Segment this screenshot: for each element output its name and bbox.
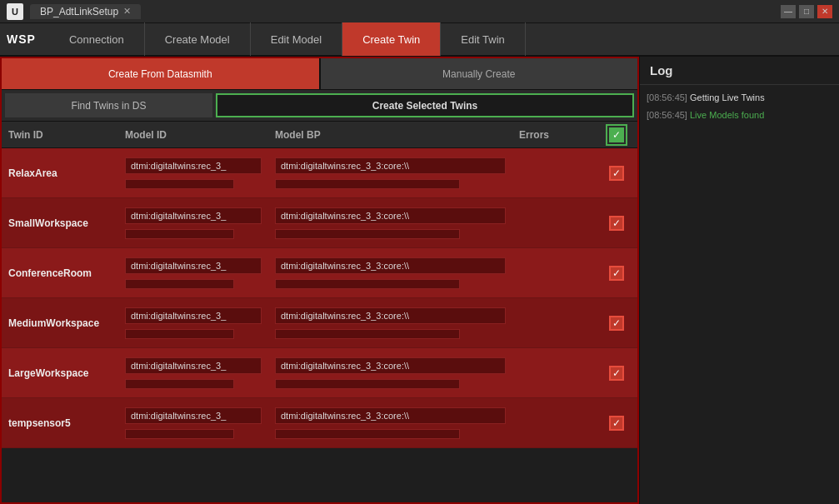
log-message-text: Getting Live Twins — [690, 92, 765, 102]
tab-create-model[interactable]: Create Model — [145, 22, 251, 56]
table-row: MediumWorkspace ✓ — [2, 298, 637, 348]
model-bp-sub-input[interactable] — [275, 179, 460, 189]
cell-model-id — [118, 254, 268, 292]
model-bp-input[interactable] — [275, 257, 506, 274]
row-checkbox[interactable]: ✓ — [609, 366, 624, 381]
cell-twin-id: tempsensor5 — [2, 414, 118, 432]
left-panel: Create From Datasmith Manually Create Fi… — [0, 57, 639, 504]
cell-errors — [512, 320, 596, 327]
maximize-button[interactable]: □ — [799, 5, 814, 18]
model-bp-sub-input[interactable] — [275, 229, 460, 239]
select-all-checkbox[interactable]: ✓ — [609, 127, 624, 142]
row-checkbox[interactable]: ✓ — [609, 416, 624, 431]
cell-checkbox: ✓ — [596, 266, 637, 281]
log-body: [08:56:45] Getting Live Twins [08:56:45]… — [640, 85, 839, 504]
find-twins-button[interactable]: Find Twins in DS — [5, 93, 212, 117]
tab-edit-twin[interactable]: Edit Twin — [441, 22, 526, 56]
log-entry: [08:56:45] Live Models found — [647, 109, 832, 122]
cell-model-id — [118, 354, 268, 392]
sub-tabs: Create From Datasmith Manually Create — [2, 58, 637, 90]
cell-model-bp — [268, 254, 512, 292]
model-id-input[interactable] — [125, 207, 262, 224]
right-panel: Log [08:56:45] Getting Live Twins [08:56… — [639, 57, 839, 504]
window-tab: BP_AdtLinkSetup ✕ — [30, 4, 141, 19]
model-bp-sub-input[interactable] — [275, 329, 460, 339]
model-bp-sub-input[interactable] — [275, 279, 460, 289]
cell-model-id — [118, 304, 268, 342]
log-message-text: Live Models found — [690, 110, 764, 120]
tab-connection[interactable]: Connection — [49, 22, 145, 56]
cell-model-id — [118, 154, 268, 192]
col-header-errors: Errors — [512, 129, 596, 141]
col-header-model-id: Model ID — [118, 129, 268, 141]
model-id-input[interactable] — [125, 307, 262, 324]
cell-checkbox: ✓ — [596, 216, 637, 231]
table-header: Twin ID Model ID Model BP Errors ✓ — [2, 122, 637, 148]
create-selected-button[interactable]: Create Selected Twins — [216, 93, 634, 117]
col-header-twin-id: Twin ID — [2, 129, 118, 141]
log-header: Log — [640, 57, 839, 85]
model-bp-input[interactable] — [275, 157, 506, 174]
model-bp-input[interactable] — [275, 307, 506, 324]
model-id-sub-input[interactable] — [125, 229, 234, 239]
row-checkbox[interactable]: ✓ — [609, 166, 624, 181]
model-bp-input[interactable] — [275, 407, 506, 424]
title-controls: — □ ✕ — [781, 5, 832, 18]
col-header-model-bp: Model BP — [268, 129, 512, 141]
col-header-checkbox: ✓ — [596, 124, 637, 146]
cell-checkbox: ✓ — [596, 166, 637, 181]
table-row: LargeWorkspace ✓ — [2, 348, 637, 398]
cell-model-bp — [268, 304, 512, 342]
model-id-sub-input[interactable] — [125, 379, 234, 389]
header-checkbox-outline: ✓ — [606, 124, 627, 146]
cell-twin-id: MediumWorkspace — [2, 314, 118, 332]
model-id-input[interactable] — [125, 157, 262, 174]
model-id-input[interactable] — [125, 357, 262, 374]
subtab-manually-create[interactable]: Manually Create — [321, 58, 638, 89]
minimize-button[interactable]: — — [781, 5, 796, 18]
cell-model-bp — [268, 204, 512, 242]
model-id-sub-input[interactable] — [125, 329, 234, 339]
title-bar: U BP_AdtLinkSetup ✕ — □ ✕ — [0, 0, 839, 23]
model-bp-sub-input[interactable] — [275, 429, 460, 439]
wsp-logo: WSP — [7, 32, 36, 46]
model-bp-input[interactable] — [275, 207, 506, 224]
cell-errors — [512, 170, 596, 177]
cell-model-bp — [268, 354, 512, 392]
unreal-logo: U — [7, 3, 23, 20]
cell-errors — [512, 270, 596, 277]
cell-errors — [512, 370, 596, 377]
model-id-sub-input[interactable] — [125, 429, 234, 439]
model-id-input[interactable] — [125, 257, 262, 274]
subtab-create-from-datasmith[interactable]: Create From Datasmith — [2, 58, 319, 89]
model-id-input[interactable] — [125, 407, 262, 424]
row-checkbox[interactable]: ✓ — [609, 316, 624, 331]
main-nav: WSP Connection Create Model Edit Model C… — [0, 23, 839, 57]
model-bp-sub-input[interactable] — [275, 379, 460, 389]
cell-model-id — [118, 204, 268, 242]
model-id-sub-input[interactable] — [125, 179, 234, 189]
model-bp-input[interactable] — [275, 357, 506, 374]
tab-create-twin[interactable]: Create Twin — [342, 22, 441, 56]
cell-model-bp — [268, 404, 512, 442]
row-checkbox[interactable]: ✓ — [609, 266, 624, 281]
table-row: ConferenceRoom ✓ — [2, 248, 637, 298]
cell-checkbox: ✓ — [596, 416, 637, 431]
log-timestamp: [08:56:45] — [647, 110, 687, 120]
cell-model-id — [118, 404, 268, 442]
cell-twin-id: LargeWorkspace — [2, 364, 118, 382]
close-button[interactable]: ✕ — [817, 5, 832, 18]
log-entry: [08:56:45] Getting Live Twins — [647, 92, 832, 104]
cell-twin-id: RelaxArea — [2, 164, 118, 182]
model-id-sub-input[interactable] — [125, 279, 234, 289]
row-checkbox[interactable]: ✓ — [609, 216, 624, 231]
cell-checkbox: ✓ — [596, 366, 637, 381]
table-row: tempsensor5 ✓ — [2, 398, 637, 448]
cell-twin-id: SmallWorkspace — [2, 214, 118, 232]
tab-close-icon[interactable]: ✕ — [123, 6, 131, 17]
tab-edit-model[interactable]: Edit Model — [251, 22, 342, 56]
cell-errors — [512, 420, 596, 427]
title-bar-left: U BP_AdtLinkSetup ✕ — [7, 3, 141, 20]
content-area: Create From Datasmith Manually Create Fi… — [0, 57, 839, 504]
cell-twin-id: ConferenceRoom — [2, 264, 118, 282]
